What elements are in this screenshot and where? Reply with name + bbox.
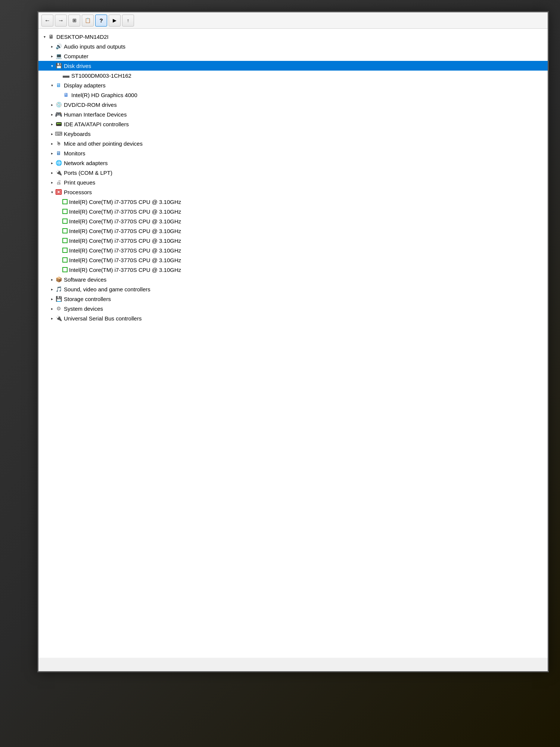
cpu4-icon (62, 238, 68, 243)
tree-item-system[interactable]: ⚙ System devices (38, 304, 548, 313)
arrow-up-button[interactable]: ↑ (122, 15, 134, 27)
tree-item-cpu2[interactable]: Intel(R) Core(TM) i7-3770S CPU @ 3.10GHz (38, 216, 548, 226)
ide-icon: 📟 (55, 121, 62, 127)
sound-label: Sound, video and game controllers (64, 285, 150, 293)
hid-label: Human Interface Devices (64, 111, 127, 118)
software-label: Software devices (64, 276, 106, 283)
svg-rect-1 (57, 191, 60, 193)
tree-item-cpu0[interactable]: Intel(R) Core(TM) i7-3770S CPU @ 3.10GHz (38, 197, 548, 207)
mice-label: Mice and other pointing devices (64, 140, 143, 148)
dvd-label: DVD/CD-ROM drives (64, 101, 117, 109)
software-icon: 📦 (55, 276, 62, 283)
ports-chevron (49, 170, 55, 176)
tree-item-monitors[interactable]: 🖥 Monitors (38, 148, 548, 158)
root-chevron (41, 34, 47, 40)
tree-item-sound[interactable]: 🎵 Sound, video and game controllers (38, 284, 548, 294)
storage-label: Storage controllers (64, 295, 111, 303)
tree-item-cpu6[interactable]: Intel(R) Core(TM) i7-3770S CPU @ 3.10GHz (38, 255, 548, 265)
cpu7-label: Intel(R) Core(TM) i7-3770S CPU @ 3.10GHz (69, 266, 181, 274)
help-button[interactable]: ? (95, 15, 107, 27)
monitor-icon: 🖥 (55, 150, 62, 156)
tree-item-st1000[interactable]: ▬ ST1000DM003-1CH162 (38, 71, 548, 80)
ports-icon: 🔌 (55, 169, 62, 176)
tree-item-intel-hd[interactable]: 🖥 Intel(R) HD Graphics 4000 (38, 90, 548, 100)
tree-item-ide[interactable]: 📟 IDE ATA/ATAPI controllers (38, 119, 548, 129)
print-chevron (49, 179, 55, 185)
cpu0-label: Intel(R) Core(TM) i7-3770S CPU @ 3.10GHz (69, 198, 181, 206)
back-button[interactable]: ← (41, 15, 53, 27)
mice-chevron (49, 140, 55, 146)
cpu7-icon (62, 267, 68, 272)
tree-item-software[interactable]: 📦 Software devices (38, 275, 548, 284)
computer-label: Computer (64, 52, 88, 60)
tree-item-processors[interactable]: Processors (38, 187, 548, 197)
tree-item-cpu5[interactable]: Intel(R) Core(TM) i7-3770S CPU @ 3.10GHz (38, 245, 548, 255)
display-chevron (49, 82, 55, 88)
audio-chevron (49, 43, 55, 49)
ports-label: Ports (COM & LPT) (64, 169, 112, 177)
storage-chevron (49, 296, 55, 302)
device-manager-window: ← → ⊞ 📋 ? ▶ ↑ 🖥 DESKTOP-MN14D2I 🔊 Audio … (37, 11, 549, 672)
dvd-icon: 💿 (55, 101, 62, 108)
cpu6-label: Intel(R) Core(TM) i7-3770S CPU @ 3.10GHz (69, 256, 181, 264)
audio-label: Audio inputs and outputs (64, 43, 125, 50)
tree-item-display[interactable]: 🖥 Display adapters (38, 80, 548, 90)
dvd-chevron (49, 102, 55, 108)
tree-item-disk[interactable]: 💾 Disk drives (38, 61, 548, 71)
tree-item-dvd[interactable]: 💿 DVD/CD-ROM drives (38, 100, 548, 109)
system-label: System devices (64, 305, 103, 313)
cpu5-label: Intel(R) Core(TM) i7-3770S CPU @ 3.10GHz (69, 247, 181, 254)
tree-item-cpu4[interactable]: Intel(R) Core(TM) i7-3770S CPU @ 3.10GHz (38, 236, 548, 245)
usb-label: Universal Serial Bus controllers (64, 314, 141, 322)
tree-item-usb[interactable]: 🔌 Universal Serial Bus controllers (38, 313, 548, 323)
tree-item-keyboards[interactable]: ⌨ Keyboards (38, 129, 548, 139)
play-button[interactable]: ▶ (109, 15, 121, 27)
st1000-label: ST1000DM003-1CH162 (71, 72, 131, 80)
tree-item-mice[interactable]: 🖱 Mice and other pointing devices (38, 139, 548, 148)
tree-item-cpu3[interactable]: Intel(R) Core(TM) i7-3770S CPU @ 3.10GHz (38, 226, 548, 236)
ide-label: IDE ATA/ATAPI controllers (64, 120, 129, 128)
usb-icon: 🔌 (55, 315, 62, 322)
cpu5-icon (62, 248, 68, 253)
cpu6-icon (62, 257, 68, 263)
monitors-label: Monitors (64, 149, 85, 157)
tree-item-hid[interactable]: 🎮 Human Interface Devices (38, 109, 548, 119)
svg-rect-0 (56, 190, 61, 194)
storage-icon: 💾 (55, 295, 62, 302)
tree-item-print[interactable]: 🖨 Print queues (38, 177, 548, 187)
properties-button[interactable]: 📋 (82, 15, 94, 27)
tree-item-audio[interactable]: 🔊 Audio inputs and outputs (38, 41, 548, 51)
cpu1-label: Intel(R) Core(TM) i7-3770S CPU @ 3.10GHz (69, 208, 181, 216)
keyboards-chevron (49, 131, 55, 137)
sound-chevron (49, 286, 55, 292)
tree-root[interactable]: 🖥 DESKTOP-MN14D2I (38, 32, 548, 41)
print-icon: 🖨 (55, 179, 62, 186)
disk-icon: 💾 (55, 62, 62, 69)
forward-button[interactable]: → (55, 15, 67, 27)
root-label: DESKTOP-MN14D2I (56, 33, 109, 41)
intel-hd-label: Intel(R) HD Graphics 4000 (71, 91, 137, 99)
tree-item-cpu1[interactable]: Intel(R) Core(TM) i7-3770S CPU @ 3.10GHz (38, 207, 548, 216)
sound-icon: 🎵 (55, 286, 62, 292)
usb-chevron (49, 315, 55, 321)
cpu0-icon (62, 199, 68, 204)
computer-chevron (49, 53, 55, 59)
display-label: Display adapters (64, 81, 106, 89)
system-chevron (49, 306, 55, 311)
processors-icon (55, 189, 62, 195)
tree-item-network[interactable]: 🌐 Network adapters (38, 158, 548, 168)
mouse-icon: 🖱 (55, 140, 62, 147)
tree-item-computer[interactable]: 💻 Computer (38, 51, 548, 61)
cpu3-icon (62, 228, 68, 233)
device-tree: 🖥 DESKTOP-MN14D2I 🔊 Audio inputs and out… (38, 29, 548, 658)
system-icon: ⚙ (55, 305, 62, 312)
disk-chevron (49, 63, 55, 69)
tree-item-ports[interactable]: 🔌 Ports (COM & LPT) (38, 168, 548, 177)
cpu4-label: Intel(R) Core(TM) i7-3770S CPU @ 3.10GHz (69, 237, 181, 245)
view-button[interactable]: ⊞ (68, 15, 80, 27)
tree-item-storage[interactable]: 💾 Storage controllers (38, 294, 548, 304)
tree-item-cpu7[interactable]: Intel(R) Core(TM) i7-3770S CPU @ 3.10GHz (38, 265, 548, 275)
hid-icon: 🎮 (55, 111, 62, 118)
print-label: Print queues (64, 179, 95, 186)
cpu3-label: Intel(R) Core(TM) i7-3770S CPU @ 3.10GHz (69, 227, 181, 235)
